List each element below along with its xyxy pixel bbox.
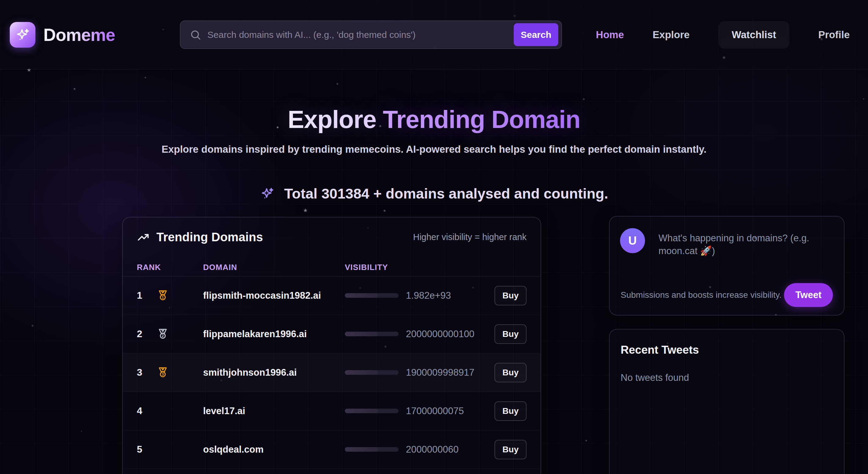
- brand-name: Domeme: [43, 25, 115, 45]
- visibility-hint: Higher visibility = higher rank: [413, 232, 527, 242]
- search-input[interactable]: [207, 21, 514, 48]
- rank-number: 5: [137, 444, 144, 455]
- page-subtitle: Explore domains inspired by trending mem…: [0, 144, 868, 155]
- trending-up-icon: [137, 231, 150, 244]
- rank-number: 1: [137, 290, 144, 301]
- search-button[interactable]: Search: [514, 23, 558, 46]
- svg-text:1: 1: [162, 295, 164, 299]
- visibility-bar: [345, 332, 399, 336]
- trending-card-title: Trending Domains: [137, 230, 263, 244]
- page-title: Explore Trending Domain: [0, 105, 868, 134]
- visibility-value: 2000000000100: [406, 328, 474, 340]
- table-row: 2 2 flippamelakaren1996.ai 2000000000100…: [123, 315, 540, 353]
- tweet-composer-card: U What's happening in domains? (e.g. moo…: [609, 216, 844, 315]
- composer-hint: Submissions and boosts increase visibili…: [621, 290, 781, 300]
- visibility-value: 17000000075: [406, 406, 464, 417]
- star-decoration: [31, 324, 34, 327]
- table-row: 5 oslqdeal.com 2000000060 Buy: [123, 430, 540, 469]
- stats-line: Total 301384 + domains analysed and coun…: [0, 185, 868, 202]
- buy-button[interactable]: Buy: [494, 401, 527, 421]
- star-decoration: [585, 439, 588, 442]
- table-row: 4 level17.ai 17000000075 Buy: [123, 392, 540, 430]
- domain-name: smithjohnson1996.ai: [203, 367, 345, 378]
- sparkles-icon: [260, 186, 275, 201]
- nav-item-profile[interactable]: Profile: [818, 29, 850, 41]
- buy-button[interactable]: Buy: [494, 324, 527, 344]
- star-decoration: [303, 208, 308, 213]
- recent-tweets-card: Recent Tweets No tweets found: [609, 329, 844, 474]
- silver-medal-icon: 2: [156, 328, 169, 341]
- sparkles-logo-icon: [10, 22, 35, 48]
- trending-domains-card: Trending Domains Higher visibility = hig…: [122, 217, 541, 474]
- buy-button[interactable]: Buy: [494, 286, 527, 306]
- table-header-row: RANK DOMAIN VISIBILITY: [123, 259, 540, 276]
- hero-section: Explore Trending Domain Explore domains …: [0, 69, 868, 202]
- nav-item-home[interactable]: Home: [596, 29, 624, 41]
- table-row: 1 1 flipsmith-moccasin1982.ai 1.982e+93 …: [123, 276, 540, 315]
- tweet-input[interactable]: What's happening in domains? (e.g. moon.…: [658, 228, 833, 257]
- star-decoration: [383, 209, 386, 212]
- visibility-bar: [345, 447, 399, 452]
- domain-name: flipsmith-moccasin1982.ai: [203, 290, 345, 301]
- visibility-value: 1900009998917: [406, 367, 474, 378]
- search-bar: Search: [180, 21, 562, 49]
- visibility-value: 1.982e+93: [406, 290, 451, 301]
- header: Domeme Search Home Explore Watchlist Pro…: [0, 0, 868, 69]
- search-icon: [190, 29, 201, 41]
- nav-item-watchlist[interactable]: Watchlist: [718, 21, 789, 49]
- brand-logo[interactable]: Domeme: [10, 22, 115, 48]
- avatar: U: [620, 228, 645, 253]
- gold-medal-icon: 1: [156, 289, 169, 302]
- buy-button[interactable]: Buy: [494, 440, 527, 459]
- domain-name: level17.ai: [203, 406, 345, 417]
- nav-item-explore[interactable]: Explore: [653, 29, 690, 41]
- svg-text:2: 2: [162, 334, 164, 338]
- star-decoration: [81, 431, 82, 432]
- rank-number: 2: [137, 328, 144, 340]
- visibility-value: 2000000060: [406, 444, 459, 455]
- domain-name: oslqdeal.com: [203, 444, 345, 455]
- rank-number: 3: [137, 367, 144, 378]
- table-row: 3 3 smithjohnson1996.ai 1900009998917 Bu…: [123, 353, 540, 392]
- visibility-bar: [345, 370, 399, 375]
- domain-name: flippamelakaren1996.ai: [203, 328, 345, 340]
- buy-button[interactable]: Buy: [494, 363, 527, 382]
- bronze-medal-icon: 3: [156, 366, 169, 379]
- svg-text:3: 3: [162, 372, 164, 376]
- visibility-bar: [345, 293, 399, 298]
- recent-tweets-empty: No tweets found: [621, 372, 833, 383]
- recent-tweets-title: Recent Tweets: [621, 344, 833, 356]
- main-nav: Home Explore Watchlist Profile: [596, 0, 850, 69]
- visibility-bar: [345, 409, 399, 413]
- column-domain: DOMAIN: [203, 263, 345, 272]
- rank-number: 4: [137, 405, 144, 417]
- column-visibility: VISIBILITY: [345, 263, 490, 272]
- stats-text: Total 301384 + domains analysed and coun…: [284, 185, 609, 202]
- column-rank: RANK: [137, 263, 203, 272]
- tweet-button[interactable]: Tweet: [784, 283, 833, 307]
